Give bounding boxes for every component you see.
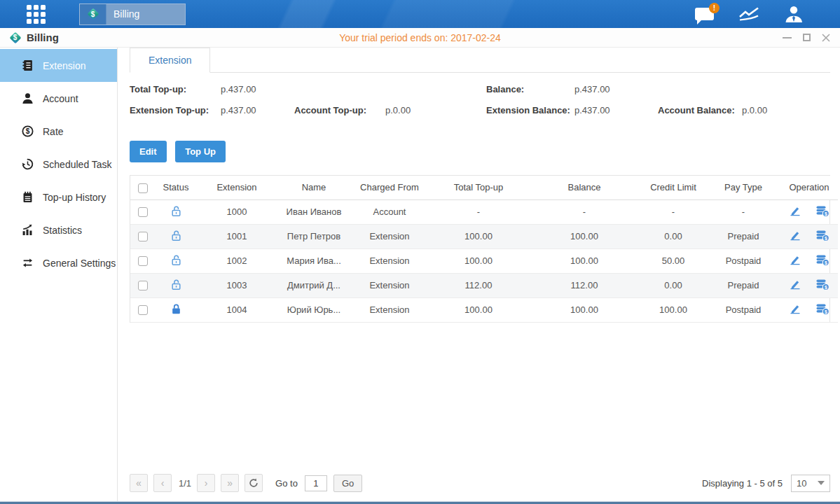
sidebar-item-general-settings[interactable]: General Settings bbox=[0, 246, 117, 279]
cell-balance: 100.00 bbox=[528, 298, 640, 322]
column-header-charged-from[interactable]: Charged From bbox=[350, 176, 429, 200]
refresh-icon bbox=[249, 478, 259, 488]
sidebar-item-label: Statistics bbox=[43, 225, 82, 236]
column-header-extension[interactable]: Extension bbox=[196, 176, 277, 200]
row-checkbox[interactable] bbox=[138, 256, 148, 266]
table-row[interactable]: 1000 Иван Иванов Account - - - - bbox=[130, 200, 838, 224]
statistics-icon bbox=[22, 224, 34, 236]
cell-credit-limit: - bbox=[640, 200, 706, 224]
sidebar-item-topup-history[interactable]: Top-up History bbox=[0, 181, 117, 214]
top-up-row-icon[interactable]: $ bbox=[815, 303, 829, 315]
column-header-balance[interactable]: Balance bbox=[528, 176, 640, 200]
extension-topup-value: p.437.00 bbox=[221, 105, 294, 115]
cell-extension: 1004 bbox=[196, 298, 277, 322]
content-panel: Extension Total Top-up: p.437.00 Balance… bbox=[118, 48, 840, 501]
row-checkbox[interactable] bbox=[138, 305, 148, 315]
extension-topup-label: Extension Top-up: bbox=[130, 105, 221, 115]
window-bottom-edge bbox=[0, 501, 840, 504]
edit-row-icon[interactable] bbox=[789, 254, 801, 265]
total-topup-value: p.437.00 bbox=[221, 84, 256, 94]
messages-icon[interactable]: ! bbox=[695, 8, 714, 20]
sidebar-item-rate[interactable]: $ Rate bbox=[0, 115, 117, 148]
cell-name: Иван Иванов bbox=[277, 200, 350, 224]
user-account-icon[interactable] bbox=[784, 6, 804, 22]
first-page-button[interactable]: « bbox=[130, 474, 148, 492]
sidebar-item-account[interactable]: Account bbox=[0, 82, 117, 115]
sidebar-item-label: General Settings bbox=[43, 258, 116, 269]
account-balance-label: Account Balance: bbox=[658, 105, 742, 115]
scheduled-task-icon bbox=[22, 158, 34, 170]
sidebar-item-label: Account bbox=[43, 93, 78, 104]
edit-row-icon[interactable] bbox=[789, 303, 801, 314]
cell-charged-from: Account bbox=[350, 200, 429, 224]
sidebar-item-label: Scheduled Task bbox=[43, 159, 112, 170]
cell-pay-type: - bbox=[706, 200, 780, 224]
row-checkbox[interactable] bbox=[138, 232, 148, 241]
goto-label: Go to bbox=[275, 478, 298, 489]
top-up-row-icon[interactable]: $ bbox=[815, 230, 829, 241]
row-checkbox[interactable] bbox=[138, 281, 148, 290]
top-up-button[interactable]: Top Up bbox=[175, 141, 226, 162]
cell-total-topup: 100.00 bbox=[429, 248, 528, 273]
next-page-button[interactable]: › bbox=[197, 474, 215, 492]
top-navbar: $ Billing ! bbox=[0, 0, 840, 28]
table-row[interactable]: 1004 Юрий Юрь... Extension 100.00 100.00… bbox=[130, 298, 838, 322]
balance-value: p.437.00 bbox=[574, 84, 610, 94]
page-indicator: 1/1 bbox=[179, 478, 191, 489]
cell-pay-type: Postpaid bbox=[706, 298, 780, 322]
column-header-total-topup[interactable]: Total Top-up bbox=[429, 176, 528, 200]
edit-row-icon[interactable] bbox=[789, 205, 801, 216]
last-page-button[interactable]: » bbox=[221, 474, 239, 492]
paging-toolbar: « ‹ 1/1 › » Go to Go Displaying 1 - 5 of… bbox=[130, 470, 830, 501]
cell-total-topup: 100.00 bbox=[429, 224, 528, 248]
sidebar-item-label: Extension bbox=[43, 60, 85, 71]
cell-name: Дмитрий Д... bbox=[277, 273, 350, 298]
top-up-row-icon[interactable]: $ bbox=[815, 279, 829, 290]
top-up-row-icon[interactable]: $ bbox=[815, 205, 829, 217]
prev-page-button[interactable]: ‹ bbox=[153, 474, 172, 492]
row-checkbox[interactable] bbox=[138, 207, 148, 217]
extension-table: Status Extension Name Charged From Total… bbox=[130, 175, 830, 323]
refresh-button[interactable] bbox=[245, 474, 263, 492]
edit-row-icon[interactable] bbox=[789, 230, 801, 241]
balance-label: Balance: bbox=[486, 84, 574, 94]
edit-button[interactable]: Edit bbox=[130, 141, 167, 162]
table-row[interactable]: 1001 Петр Петров Extension 100.00 100.00… bbox=[130, 224, 838, 248]
cell-extension: 1002 bbox=[196, 248, 277, 273]
table-row[interactable]: 1003 Дмитрий Д... Extension 112.00 112.0… bbox=[130, 273, 838, 298]
column-header-status[interactable]: Status bbox=[156, 176, 196, 200]
minimize-button[interactable] bbox=[783, 37, 792, 38]
cell-charged-from: Extension bbox=[350, 298, 429, 322]
apps-grid-icon[interactable] bbox=[27, 5, 46, 24]
edit-row-icon[interactable] bbox=[789, 279, 801, 290]
column-header-name[interactable]: Name bbox=[277, 176, 350, 200]
cell-name: Мария Ива... bbox=[277, 248, 350, 273]
top-up-row-icon[interactable]: $ bbox=[815, 254, 829, 266]
page-size-select[interactable]: 10 bbox=[791, 475, 830, 492]
cell-extension: 1001 bbox=[196, 224, 277, 248]
extension-balance-value: p.437.00 bbox=[574, 105, 658, 115]
cell-total-topup: 112.00 bbox=[429, 273, 528, 298]
sidebar-item-label: Rate bbox=[43, 126, 64, 137]
column-header-pay-type[interactable]: Pay Type bbox=[706, 176, 780, 200]
select-all-checkbox[interactable] bbox=[138, 183, 148, 193]
go-button[interactable]: Go bbox=[333, 475, 362, 492]
sidebar-item-extension[interactable]: Extension bbox=[0, 49, 117, 82]
summary-panel: Total Top-up: p.437.00 Balance: p.437.00… bbox=[130, 84, 830, 126]
maximize-button[interactable] bbox=[803, 34, 811, 41]
column-header-operation[interactable]: Operation bbox=[780, 176, 838, 200]
sidebar-item-statistics[interactable]: Statistics bbox=[0, 214, 117, 246]
close-button[interactable] bbox=[822, 34, 830, 42]
goto-page-input[interactable] bbox=[305, 475, 327, 491]
table-row[interactable]: 1002 Мария Ива... Extension 100.00 100.0… bbox=[130, 248, 838, 273]
column-header-credit-limit[interactable]: Credit Limit bbox=[640, 176, 706, 200]
cell-balance: - bbox=[528, 200, 640, 224]
chevron-down-icon bbox=[818, 481, 825, 485]
tab-extension[interactable]: Extension bbox=[130, 48, 210, 73]
taskbar-tab-billing[interactable]: $ Billing bbox=[79, 4, 186, 25]
action-buttons: Edit Top Up bbox=[130, 141, 830, 162]
cell-total-topup: 100.00 bbox=[429, 298, 528, 322]
billing-app-icon: $ bbox=[9, 31, 21, 43]
sidebar-item-scheduled-task[interactable]: Scheduled Task bbox=[0, 148, 117, 181]
statistics-chart-icon[interactable] bbox=[738, 6, 760, 22]
